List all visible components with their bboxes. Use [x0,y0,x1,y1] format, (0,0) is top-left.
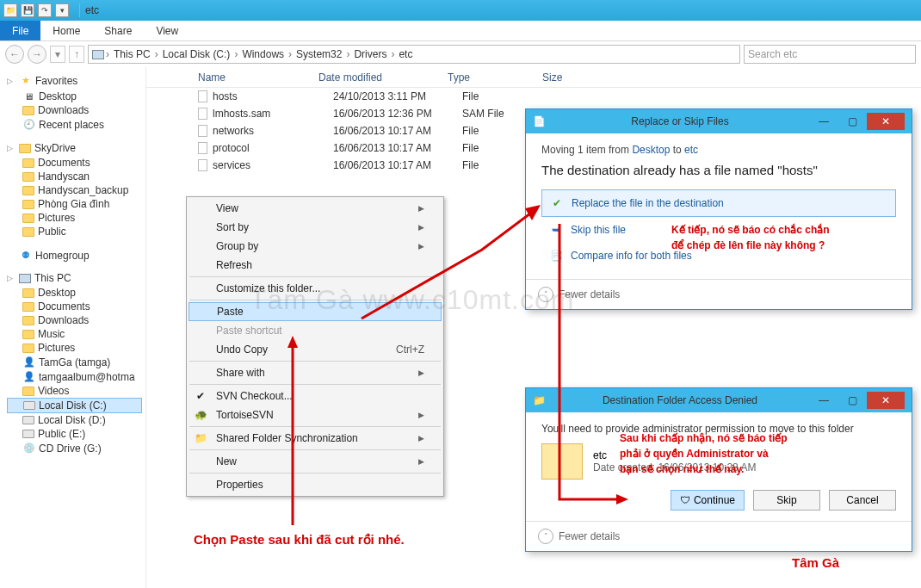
col-name[interactable]: Name [198,71,318,84]
recent-dropdown[interactable]: ▾ [50,46,65,63]
tab-share[interactable]: Share [92,21,144,40]
folder-name: etc [593,449,756,461]
sidebar-item-downloads[interactable]: Downloads [7,103,145,117]
ctx-customize[interactable]: Customize this folder... [189,279,442,298]
ctx-groupby[interactable]: Group by▶ [189,237,442,256]
sidebar-item[interactable]: Local Disk (D:) [7,413,145,427]
ctx-tortoisesvn[interactable]: 🐢TortoiseSVN▶ [189,405,442,424]
maximize-button[interactable]: ▢ [838,113,866,130]
folder-icon: 📁 [3,3,17,17]
sidebar-item[interactable]: 👤tamgaalbum@hotma [7,369,145,384]
dialog-titlebar[interactable]: 📁 Destination Folder Access Denied — ▢ ✕ [526,388,912,412]
nav-sidebar: ▷★Favorites 🖥Desktop Downloads 🕘Recent p… [0,67,146,588]
chevron-up-icon[interactable]: ˄ [538,529,553,544]
cancel-button[interactable]: Cancel [829,490,896,511]
close-button[interactable]: ✕ [867,113,905,130]
tab-view[interactable]: View [144,21,190,40]
file-row[interactable]: hosts24/10/2013 3:11 PMFile [146,88,921,105]
folder-date: Date created: 16/06/2013 10:28 AM [593,461,756,473]
sidebar-item-recent[interactable]: 🕘Recent places [7,117,145,132]
ctx-paste[interactable]: Paste [189,302,442,321]
sidebar-item[interactable]: Music [7,327,145,341]
ctx-svn-checkout[interactable]: ✔SVN Checkout... [189,387,442,405]
pc-icon [92,50,104,59]
col-size[interactable]: Size [542,71,594,84]
sidebar-thispc[interactable]: ▷This PC [7,272,145,284]
continue-button[interactable]: 🛡Continue [671,490,745,511]
folder-icon [22,106,34,115]
ctx-properties[interactable]: Properties [189,475,442,494]
sidebar-item[interactable]: Desktop [7,286,145,300]
replace-skip-dialog: 📄 Replace or Skip Files — ▢ ✕ Moving 1 i… [525,108,912,310]
tortoise-icon: 🐢 [194,408,207,422]
breadcrumb[interactable]: › This PC› Local Disk (C:)› Windows› Sys… [88,45,740,64]
skip-button[interactable]: Skip [753,490,820,511]
ctx-shared-sync[interactable]: 📁Shared Folder Synchronization▶ [189,429,442,448]
folder-large-icon [541,443,583,480]
search-input[interactable]: Search etc [744,45,916,64]
folder-icon: 📁 [533,394,546,406]
sidebar-item[interactable]: 👤TamGa (tamga) [7,355,145,369]
file-icon [198,142,207,154]
back-button[interactable]: ← [5,45,24,64]
file-icon [198,125,207,137]
maximize-button[interactable]: ▢ [838,392,866,409]
option-compare[interactable]: 📑Compare info for both files [541,243,896,269]
fewer-details[interactable]: Fewer details [559,530,620,542]
sidebar-favorites[interactable]: ▷★Favorites [7,74,145,87]
sidebar-item[interactable]: Documents [7,156,145,170]
check-icon: ✔ [549,195,565,211]
dropdown-icon[interactable]: ▾ [55,3,69,17]
column-headers[interactable]: Name Date modified Type Size [146,67,921,88]
save-icon[interactable]: 💾 [21,3,34,17]
minimize-button[interactable]: — [810,392,838,409]
up-button[interactable]: ↑ [69,46,84,63]
sidebar-item[interactable]: Pictures [7,211,145,225]
window-titlebar: 📁 💾 ↷ ▾ etc [0,0,921,21]
ctx-view[interactable]: View▶ [189,199,442,218]
fewer-details[interactable]: Fewer details [559,288,620,300]
address-bar: ← → ▾ ↑ › This PC› Local Disk (C:)› Wind… [0,41,921,67]
sidebar-item-localdisk-c[interactable]: Local Disk (C:) [7,398,142,413]
desktop-icon: 🖥 [22,90,35,102]
star-icon: ★ [19,74,32,87]
ctx-sortby[interactable]: Sort by▶ [189,218,442,237]
col-type[interactable]: Type [448,71,542,84]
tab-file[interactable]: File [0,21,40,40]
ctx-undo-copy[interactable]: Undo CopyCtrl+Z [189,340,442,359]
context-menu: View▶ Sort by▶ Group by▶ Refresh Customi… [186,196,444,497]
sidebar-item[interactable]: Public (E:) [7,427,145,441]
svn-icon: ✔ [194,389,207,403]
ctx-new[interactable]: New▶ [189,452,442,471]
recent-icon: 🕘 [22,118,35,131]
close-button[interactable]: ✕ [867,392,905,409]
drive-icon [23,401,35,410]
tab-home[interactable]: Home [40,21,92,40]
sidebar-item[interactable]: Handyscan [7,170,145,183]
sidebar-item[interactable]: Public [7,225,145,238]
redo-icon[interactable]: ↷ [38,3,52,17]
forward-button[interactable]: → [28,45,46,64]
col-date[interactable]: Date modified [318,71,448,84]
sidebar-item[interactable]: Pictures [7,341,145,355]
minimize-button[interactable]: — [810,113,838,130]
skip-icon: ➥ [548,222,564,238]
option-replace[interactable]: ✔Replace the file in the destination [541,189,896,217]
sidebar-item[interactable]: Phòng Gia đình [7,197,145,211]
sidebar-item[interactable]: Handyscan_backup [7,183,145,197]
pc-icon [19,274,31,283]
ctx-sharewith[interactable]: Share with▶ [189,363,442,382]
option-skip[interactable]: ➥Skip this file [541,217,896,243]
sidebar-item[interactable]: Videos [7,384,145,398]
file-icon [198,108,207,120]
sidebar-item[interactable]: 💿CD Drive (G:) [7,441,145,455]
chevron-up-icon[interactable]: ˄ [538,287,553,302]
dialog-titlebar[interactable]: 📄 Replace or Skip Files — ▢ ✕ [526,109,912,133]
ctx-refresh[interactable]: Refresh [189,256,442,275]
sidebar-item[interactable]: Downloads [7,313,145,327]
sidebar-skydrive[interactable]: ▷SkyDrive [7,142,145,154]
sidebar-item-desktop[interactable]: 🖥Desktop [7,89,145,103]
compare-icon: 📑 [548,248,564,263]
sidebar-homegroup[interactable]: ⚉Homegroup [7,249,145,262]
sidebar-item[interactable]: Documents [7,300,145,313]
